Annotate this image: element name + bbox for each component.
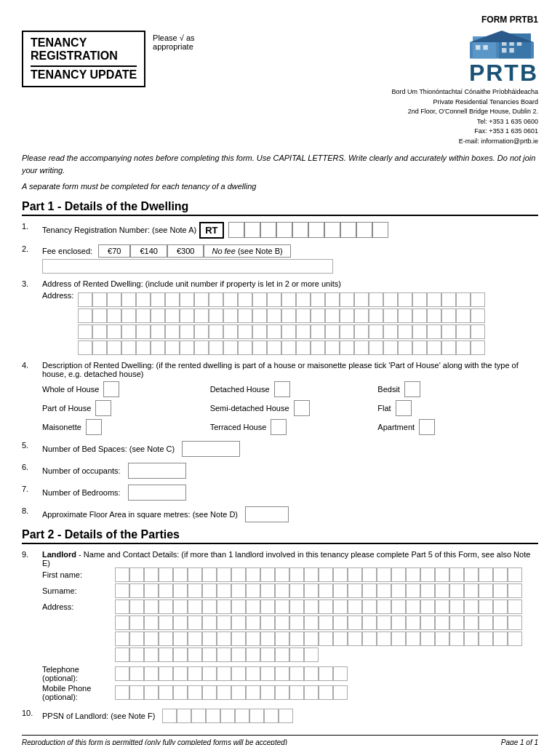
fee-140[interactable]: €140 — [130, 244, 167, 258]
bedsit-label: Bedsit — [377, 385, 400, 394]
flat-checkbox[interactable] — [396, 400, 412, 416]
landlord-address-cells-4 — [115, 648, 319, 662]
terraced-house-label: Terraced House — [210, 423, 267, 431]
desc-apartment: Apartment — [377, 419, 538, 435]
title-line3: TENANCY UPDATE — [31, 65, 137, 81]
landlord-label: Landlord - Name and Contact Details: (if… — [42, 550, 538, 567]
address-label: Address of Rented Dwelling: (include uni… — [42, 279, 538, 288]
row-address: 3. Address of Rented Dwelling: (include … — [22, 279, 538, 355]
desc-maisonette: Maisonette — [42, 419, 203, 435]
landlord-address-row-3 — [42, 632, 538, 646]
detached-house-checkbox[interactable] — [274, 381, 290, 397]
logo-area: PRTB Bord Um Thionóntachtaí Cónaithe Prí… — [392, 31, 538, 146]
terraced-house-checkbox[interactable] — [271, 419, 287, 435]
please-text: Please √ as appropriate — [153, 33, 194, 51]
row-num-6: 6. — [22, 463, 42, 471]
bed-spaces-label: Number of Bed Spaces: (see Note C) — [42, 445, 175, 453]
desc-whole-house: Whole of House — [42, 381, 203, 397]
reg-cell-1[interactable] — [228, 222, 244, 238]
row-num-2: 2. — [22, 244, 42, 253]
footer: Reproduction of this form is permitted (… — [22, 735, 538, 746]
bedsit-checkbox[interactable] — [404, 381, 420, 397]
desc-part-house: Part of House — [42, 400, 203, 416]
row-bedrooms: 7. Number of Bedrooms: — [22, 485, 538, 501]
telephone-row: Telephone (optional): — [42, 665, 538, 682]
floor-area-label: Approximate Floor Area in square metres:… — [42, 510, 238, 519]
reg-cell-4[interactable] — [276, 222, 292, 238]
bed-spaces-input[interactable] — [182, 441, 240, 457]
address-row-4 — [78, 340, 485, 355]
occupants-input[interactable] — [128, 463, 186, 479]
prtb-building-icon — [465, 31, 538, 60]
reg-cell-9[interactable] — [356, 222, 372, 238]
row-content-8: Approximate Floor Area in square metres:… — [42, 506, 538, 522]
floor-area-input[interactable] — [245, 506, 289, 522]
address-row-3 — [78, 324, 485, 339]
svg-rect-9 — [509, 48, 513, 52]
tenancy-reg-cells[interactable] — [228, 222, 388, 238]
firstname-row: First name: — [42, 567, 538, 582]
row-content-3: Address of Rented Dwelling: (include uni… — [42, 279, 538, 355]
svg-rect-3 — [476, 45, 480, 49]
part2-header: Part 2 - Details of the Parties — [22, 528, 538, 544]
row-num-9: 9. — [22, 550, 42, 559]
row-content-10: PPSN of Landlord: (see Note F) — [42, 709, 538, 723]
bedrooms-input[interactable] — [128, 485, 186, 501]
reg-cell-3[interactable] — [260, 222, 276, 238]
part-house-checkbox[interactable] — [95, 400, 111, 416]
mobile-cells — [115, 685, 348, 700]
address-sublabel: Address: — [42, 291, 73, 300]
prtb-logo-text: PRTB — [469, 61, 538, 84]
row-description: 4. Description of Rented Dwelling: (if t… — [22, 361, 538, 435]
reg-cell-6[interactable] — [308, 222, 324, 238]
part-house-label: Part of House — [42, 404, 91, 413]
row-num-3: 3. — [22, 279, 42, 288]
footer-right: Page 1 of 1 — [501, 738, 538, 746]
row-content-9: Landlord - Name and Contact Details: (if… — [42, 550, 538, 703]
mobile-label: Mobile Phone (optional): — [42, 684, 115, 701]
mobile-row: Mobile Phone (optional): — [42, 684, 538, 701]
semi-detached-checkbox[interactable] — [294, 400, 310, 416]
apartment-checkbox[interactable] — [419, 419, 435, 435]
address-row-1 — [78, 292, 485, 307]
firstname-label: First name: — [42, 570, 115, 579]
fee-label: Fee enclosed: — [42, 247, 92, 255]
desc-bedsit: Bedsit — [377, 381, 538, 397]
surname-label: Surname: — [42, 586, 115, 595]
apartment-label: Apartment — [377, 423, 415, 431]
fee-300[interactable]: €300 — [167, 244, 204, 258]
fee-nofee[interactable]: No fee (see Note B) — [204, 244, 290, 258]
reg-cell-8[interactable] — [340, 222, 356, 238]
landlord-address-cells-3 — [115, 632, 522, 646]
row-fee: 2. Fee enclosed: €70 €140 €300 No fee (s… — [22, 244, 538, 274]
row-floor-area: 8. Approximate Floor Area in square metr… — [22, 506, 538, 522]
telephone-label: Telephone (optional): — [42, 665, 115, 682]
row-content-7: Number of Bedrooms: — [42, 485, 538, 501]
row-content-2: Fee enclosed: €70 €140 €300 No fee (see … — [42, 244, 538, 274]
reg-cell-10[interactable] — [372, 222, 388, 238]
row-bed-spaces: 5. Number of Bed Spaces: (see Note C) — [22, 441, 538, 457]
surname-row: Surname: — [42, 583, 538, 598]
landlord-address-row-1: Address: — [42, 599, 538, 614]
intro-text: Please read the accompanying notes befor… — [22, 152, 538, 176]
semi-detached-label: Semi-detached House — [210, 404, 289, 413]
row-content-4: Description of Rented Dwelling: (if the … — [42, 361, 538, 435]
fee-extra-cell[interactable] — [42, 259, 333, 274]
reg-cell-2[interactable] — [244, 222, 260, 238]
row-content-5: Number of Bed Spaces: (see Note C) — [42, 441, 538, 457]
maisonette-checkbox[interactable] — [86, 419, 102, 435]
ppsn-label: PPSN of Landlord: (see Note F) — [42, 712, 155, 720]
part1-header: Part 1 - Details of the Dwelling — [22, 200, 538, 216]
desc-flat: Flat — [377, 400, 538, 416]
occupants-label: Number of occupants: — [42, 466, 121, 475]
reg-cell-7[interactable] — [324, 222, 340, 238]
landlord-address-label: Address: — [42, 602, 115, 611]
surname-cells — [115, 583, 522, 598]
whole-house-checkbox[interactable] — [103, 381, 119, 397]
separate-form-text: A separate form must be completed for ea… — [22, 180, 538, 193]
reg-cell-5[interactable] — [292, 222, 308, 238]
fee-70[interactable]: €70 — [98, 244, 130, 258]
row-content-6: Number of occupants: — [42, 463, 538, 479]
title-box: TENANCY REGISTRATION TENANCY UPDATE — [22, 31, 145, 87]
description-label: Description of Rented Dwelling: (if the … — [42, 361, 538, 378]
